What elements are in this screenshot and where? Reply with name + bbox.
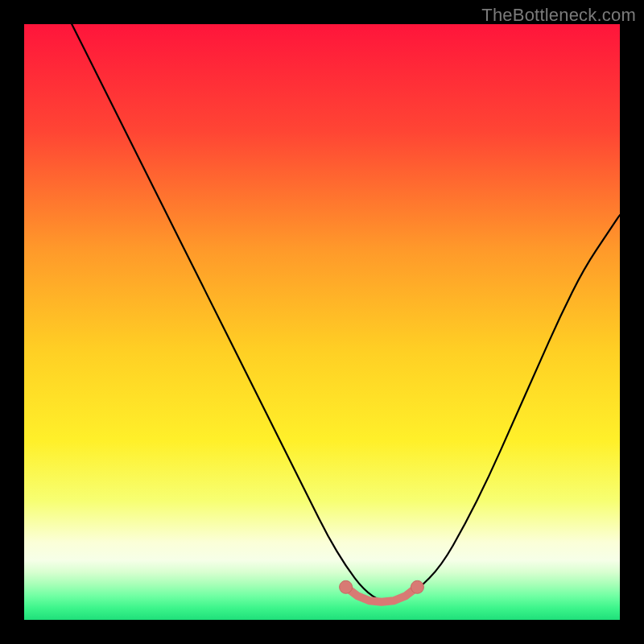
bottleneck-chart (24, 24, 620, 620)
optimal-range-end-dot (411, 580, 423, 593)
optimal-range-end-dot (340, 580, 353, 593)
gradient-background (24, 24, 620, 620)
chart-frame: TheBottleneck.com (0, 0, 644, 644)
watermark-text: TheBottleneck.com (481, 5, 636, 26)
